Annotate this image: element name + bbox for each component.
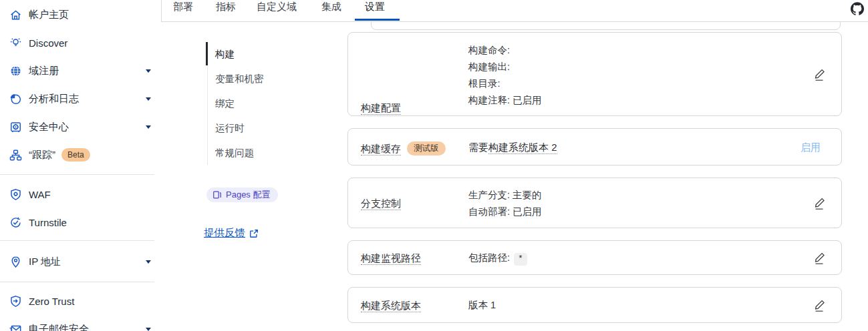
home-icon xyxy=(9,8,22,21)
analytics-pie-icon xyxy=(9,92,22,105)
sidebar-item-label: 安全中心 xyxy=(29,121,69,133)
shield-gear-icon xyxy=(9,188,22,201)
sidebar-item-turnstile[interactable]: Turnstile xyxy=(0,212,161,233)
build-system-version-value: 版本 1 xyxy=(468,299,496,312)
sidebar-item-discover[interactable]: Discover xyxy=(0,32,161,53)
build-cache-requirement: 需要构建系统版本 2 xyxy=(468,141,557,154)
feedback-label: 提供反馈 xyxy=(204,226,245,240)
production-branch-row: 生产分支: 主要的 xyxy=(468,187,542,204)
sidebar-item-email-security[interactable]: 电子邮件安全 xyxy=(0,318,161,331)
sidebar: 帐户主页 Discover 域注册 xyxy=(0,0,161,331)
settings-nav-runtime[interactable]: 运行时 xyxy=(215,122,245,134)
build-config-values: 构建命令: 构建输出: 根目录: 构建注释: 已启用 xyxy=(468,42,542,109)
build-output-row: 构建输出: xyxy=(468,59,542,75)
security-safe-icon xyxy=(9,120,22,133)
pages-config-badge: Pages 配置 xyxy=(206,188,278,202)
sidebar-item-label: Turnstile xyxy=(29,217,67,228)
sidebar-item-label: 电子邮件安全 xyxy=(29,323,89,331)
beta-test-badge: 测试版 xyxy=(407,141,446,155)
sidebar-item-label: “跟踪” xyxy=(29,149,55,161)
sidebar-item-domain-registration[interactable]: 域注册 xyxy=(0,60,161,81)
sidebar-item-label: 帐户主页 xyxy=(29,9,69,21)
globe-icon xyxy=(9,64,22,77)
card-build-watch-paths: 构建监视路径 包括路径:* xyxy=(347,240,842,275)
location-pin-icon xyxy=(9,255,22,268)
chevron-down-icon xyxy=(146,69,151,73)
sidebar-divider xyxy=(0,240,154,241)
sidebar-item-label: Discover xyxy=(29,37,67,49)
tab-deployments[interactable]: 部署 xyxy=(173,0,193,22)
chevron-down-icon xyxy=(146,125,151,129)
sidebar-item-label: 分析和日志 xyxy=(29,93,79,105)
chevron-down-icon xyxy=(146,328,151,331)
branch-control-values: 生产分支: 主要的 自动部署: 已启用 xyxy=(468,187,542,220)
card-title: 分支控制 xyxy=(361,198,401,210)
settings-nav-build[interactable]: 构建 xyxy=(215,48,235,60)
github-icon[interactable] xyxy=(851,2,864,15)
cloudflare-pages-settings-page: 帐户主页 Discover 域注册 xyxy=(0,0,868,331)
include-paths-value: 包括路径:* xyxy=(468,252,527,266)
sidebar-item-label: Zero Trust xyxy=(29,296,74,307)
tab-metrics[interactable]: 指标 xyxy=(216,0,236,22)
chevron-down-icon xyxy=(146,97,151,101)
edit-icon[interactable] xyxy=(813,251,827,266)
pages-icon xyxy=(212,190,222,200)
build-command-row: 构建命令: xyxy=(468,42,542,59)
sidebar-item-ip-addresses[interactable]: IP 地址 xyxy=(0,251,161,272)
card-title: 构建监视路径 xyxy=(361,252,421,265)
sidebar-item-label: WAF xyxy=(29,189,51,200)
path-chip: * xyxy=(514,253,527,266)
card-build-system-version: 构建系统版本 版本 1 xyxy=(347,287,842,323)
card-build-configuration: 构建配置 构建命令: 构建输出: 根目录: 构建注释: 已启用 xyxy=(347,32,842,116)
email-icon xyxy=(9,322,22,331)
project-tabbar: 部署 指标 自定义域 集成 设置 xyxy=(161,0,868,22)
auto-deploy-row: 自动部署: 已启用 xyxy=(468,204,542,220)
tab-integrations[interactable]: 集成 xyxy=(321,0,341,22)
edit-icon[interactable] xyxy=(813,67,827,82)
build-comments-row: 构建注释: 已启用 xyxy=(468,92,542,109)
pages-config-label: Pages 配置 xyxy=(226,189,270,201)
card-title: 构建缓存测试版 xyxy=(361,141,446,155)
sidebar-item-waf[interactable]: WAF xyxy=(0,184,161,205)
card-branch-control: 分支控制 生产分支: 主要的 自动部署: 已启用 xyxy=(347,178,842,228)
sidebar-item-security-center[interactable]: 安全中心 xyxy=(0,116,161,137)
chevron-down-icon xyxy=(146,260,151,264)
sidebar-item-account-home[interactable]: 帐户主页 xyxy=(0,4,161,25)
card-title: 构建系统版本 xyxy=(361,300,421,312)
active-tab-underline xyxy=(355,19,400,21)
edit-icon[interactable] xyxy=(813,196,827,211)
beta-badge: Beta xyxy=(61,148,90,161)
settings-nav-variables-secrets[interactable]: 变量和机密 xyxy=(215,73,264,85)
sidebar-item-label: IP 地址 xyxy=(29,256,61,268)
shield-arrow-icon xyxy=(9,294,22,308)
external-link-icon xyxy=(249,229,259,238)
card-build-cache: 构建缓存测试版 需要构建系统版本 2 启用 xyxy=(347,128,842,166)
root-directory-row: 根目录: xyxy=(468,75,542,92)
enable-button[interactable]: 启用 xyxy=(801,141,821,154)
feedback-link[interactable]: 提供反馈 xyxy=(204,226,259,240)
sidebar-divider xyxy=(0,174,154,175)
sidebar-item-trace[interactable]: “跟踪” Beta xyxy=(0,144,161,166)
sidebar-item-label: 域注册 xyxy=(29,65,59,77)
sidebar-item-zero-trust[interactable]: Zero Trust xyxy=(0,290,161,312)
card-title: 构建配置 xyxy=(361,102,401,115)
settings-nav-bindings[interactable]: 绑定 xyxy=(215,97,235,109)
settings-nav-general[interactable]: 常规问题 xyxy=(215,147,254,159)
tab-custom-domains[interactable]: 自定义域 xyxy=(257,0,297,22)
lightbulb-icon xyxy=(9,36,22,49)
settings-nav-active-indicator xyxy=(206,42,208,65)
sidebar-item-analytics-logs[interactable]: 分析和日志 xyxy=(0,88,161,109)
sidebar-divider xyxy=(0,282,154,282)
sitemap-icon xyxy=(9,148,22,161)
refresh-check-icon xyxy=(9,216,22,229)
edit-icon[interactable] xyxy=(813,298,827,313)
